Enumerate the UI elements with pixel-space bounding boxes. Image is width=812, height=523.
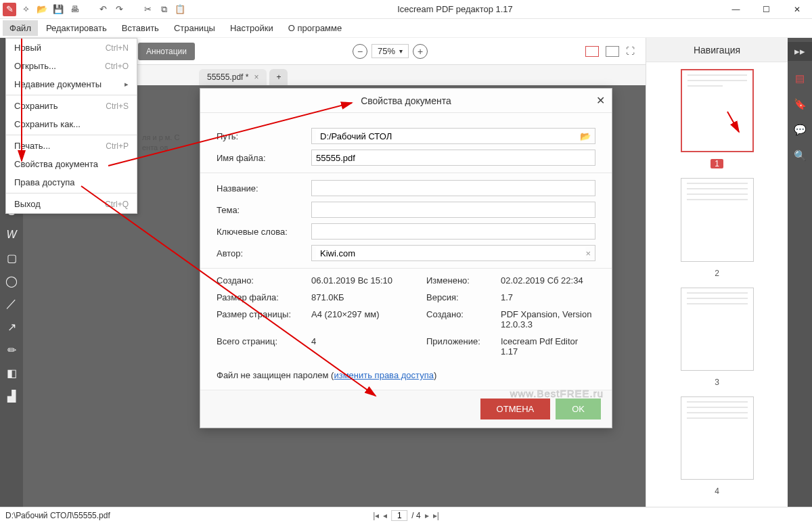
zoom-controls: − 75% ▾ + bbox=[353, 44, 428, 59]
copy-icon[interactable]: ⧉ bbox=[157, 3, 171, 16]
version-value: 1.7 bbox=[501, 292, 595, 302]
line-tool-icon[interactable]: ／ bbox=[3, 295, 20, 313]
arrow-tool-icon[interactable]: ↗ bbox=[3, 318, 20, 336]
page-input[interactable] bbox=[391, 510, 407, 521]
comments-tab-icon[interactable]: 💬 bbox=[792, 122, 808, 138]
menu-file[interactable]: Файл bbox=[3, 20, 38, 36]
mode-tab-annotations[interactable]: Аннотации bbox=[138, 43, 195, 60]
menu-settings[interactable]: Настройки bbox=[223, 20, 280, 36]
modified-label: Изменено: bbox=[426, 275, 501, 286]
paste-icon[interactable]: 📋 bbox=[173, 3, 187, 16]
version-label: Версия: bbox=[426, 292, 501, 302]
window-title: Icecream PDF редактор 1.17 bbox=[189, 4, 721, 14]
undo-icon[interactable]: ↶ bbox=[96, 3, 110, 16]
watermark: www.BestFREE.ru bbox=[510, 388, 604, 399]
zoom-in-button[interactable]: + bbox=[413, 44, 428, 59]
subject-field[interactable] bbox=[311, 202, 595, 218]
password-note: Файл не защищен паролем (изменить права … bbox=[217, 370, 595, 380]
single-page-icon[interactable] bbox=[585, 46, 599, 57]
search-tab-icon[interactable]: 🔍 bbox=[792, 147, 808, 164]
pencil-tool-icon[interactable]: ✏ bbox=[3, 341, 20, 359]
filesize-value: 871.0КБ bbox=[311, 292, 426, 302]
page-thumbnail[interactable] bbox=[681, 69, 754, 152]
zoom-select[interactable]: 75% ▾ bbox=[371, 44, 409, 58]
tab-close-icon[interactable]: × bbox=[254, 72, 258, 82]
print-icon[interactable]: 🖶 bbox=[68, 3, 81, 16]
menu-save[interactable]: СохранитьCtrl+S bbox=[6, 97, 137, 115]
title-label: Название: bbox=[217, 183, 311, 194]
squiggly-tool-icon[interactable]: W bbox=[3, 226, 20, 244]
window-controls: — ☐ ✕ bbox=[721, 0, 812, 19]
menu-open[interactable]: Открыть...Ctrl+O bbox=[6, 57, 137, 75]
menu-permissions[interactable]: Права доступа bbox=[6, 173, 137, 191]
next-page-icon[interactable]: ▸ bbox=[425, 511, 429, 520]
keywords-field[interactable] bbox=[311, 223, 595, 240]
filename-label: Имя файла: bbox=[217, 153, 311, 163]
statusbar: D:\Рабочий СТОЛ\55555.pdf |◂ ◂ / 4 ▸ ▸| bbox=[0, 507, 812, 523]
author-field[interactable]: × bbox=[311, 245, 595, 261]
filename-field[interactable] bbox=[311, 150, 595, 166]
page-thumbnail[interactable] bbox=[681, 396, 754, 480]
circle-tool-icon[interactable]: ◯ bbox=[3, 272, 20, 290]
rect-tool-icon[interactable]: ▢ bbox=[3, 249, 20, 267]
doc-tab[interactable]: 55555.pdf *× bbox=[199, 69, 267, 85]
close-button[interactable]: ✕ bbox=[782, 0, 812, 19]
add-tab-button[interactable]: + bbox=[269, 69, 288, 85]
redo-icon[interactable]: ↷ bbox=[112, 3, 126, 16]
menu-exit[interactable]: ВыходCtrl+Q bbox=[6, 195, 137, 213]
clear-icon[interactable]: × bbox=[585, 248, 591, 258]
cut-icon[interactable]: ✂ bbox=[141, 3, 154, 16]
last-page-icon[interactable]: ▸| bbox=[433, 511, 439, 520]
titlebar: ✎ ✧ 📂 💾 🖶 ↶ ↷ ✂ ⧉ 📋 Icecream PDF редакто… bbox=[0, 0, 812, 19]
browse-icon[interactable]: 📂 bbox=[580, 131, 591, 141]
menu-pages[interactable]: Страницы bbox=[167, 20, 222, 36]
menu-separator bbox=[6, 135, 137, 135]
filesize-label: Размер файла: bbox=[217, 292, 311, 302]
dialog-close-icon[interactable]: ✕ bbox=[596, 94, 605, 107]
change-permissions-link[interactable]: изменить права доступа bbox=[334, 370, 433, 380]
new-doc-icon[interactable]: ✧ bbox=[19, 3, 32, 16]
thumbnail-list[interactable]: 1 2 3 4 bbox=[646, 62, 788, 507]
cancel-button[interactable]: ОТМЕНА bbox=[480, 399, 551, 419]
zoom-out-button[interactable]: − bbox=[353, 44, 367, 59]
fullscreen-icon[interactable]: ⛶ bbox=[626, 46, 635, 57]
path-field[interactable]: 📂 bbox=[311, 128, 595, 144]
menubar: Файл Редактировать Вставить Страницы Нас… bbox=[0, 19, 812, 38]
menu-insert[interactable]: Вставить bbox=[115, 20, 166, 36]
bookmarks-tab-icon[interactable]: 🔖 bbox=[792, 96, 808, 112]
thumbnails-tab-icon[interactable]: ▤ bbox=[792, 70, 808, 87]
ok-button[interactable]: OK bbox=[556, 399, 601, 419]
pagesize-label: Размер страницы: bbox=[217, 309, 311, 319]
thumbnail-number: 4 bbox=[715, 486, 719, 496]
thumbnail-number: 1 bbox=[710, 159, 723, 168]
open-icon[interactable]: 📂 bbox=[35, 3, 49, 16]
metadata-grid: Создано:06.01.2019 Вс 15:10 Изменено:02.… bbox=[217, 275, 595, 357]
menu-recent[interactable]: Недавние документы▸ bbox=[6, 75, 137, 93]
stamp-tool-icon[interactable]: ▟ bbox=[3, 387, 20, 405]
page-thumbnail[interactable] bbox=[681, 178, 754, 261]
menu-edit[interactable]: Редактировать bbox=[39, 20, 114, 36]
maximize-button[interactable]: ☐ bbox=[751, 0, 782, 19]
menu-separator bbox=[6, 193, 137, 194]
page-navigator: |◂ ◂ / 4 ▸ ▸| bbox=[373, 510, 439, 521]
page-thumbnail[interactable] bbox=[681, 288, 754, 371]
menu-print[interactable]: Печать...Ctrl+P bbox=[6, 137, 137, 155]
eraser-tool-icon[interactable]: ◧ bbox=[3, 364, 20, 382]
collapse-panel-icon[interactable]: ▸▸ bbox=[788, 42, 812, 61]
prev-page-icon[interactable]: ◂ bbox=[383, 511, 387, 520]
first-page-icon[interactable]: |◂ bbox=[373, 511, 379, 520]
menu-properties[interactable]: Свойства документа bbox=[6, 155, 137, 173]
menu-saveas[interactable]: Сохранить как... bbox=[6, 115, 137, 133]
bg-text-fragment: ля и р м. С ента ов bbox=[142, 133, 183, 154]
minimize-button[interactable]: — bbox=[721, 0, 751, 19]
creator-label: Создано: bbox=[426, 309, 501, 319]
author-label: Автор: bbox=[217, 248, 311, 258]
pagecount-value: 4 bbox=[311, 336, 426, 346]
application-label: Приложение: bbox=[426, 336, 501, 346]
document-properties-dialog: Свойства документа ✕ Путь: 📂 Имя файла: … bbox=[200, 88, 612, 428]
menu-about[interactable]: О программе bbox=[281, 20, 349, 36]
two-page-icon[interactable] bbox=[606, 46, 619, 57]
menu-new[interactable]: НовыйCtrl+N bbox=[6, 39, 137, 57]
save-icon[interactable]: 💾 bbox=[51, 3, 65, 16]
title-field[interactable] bbox=[311, 180, 595, 196]
